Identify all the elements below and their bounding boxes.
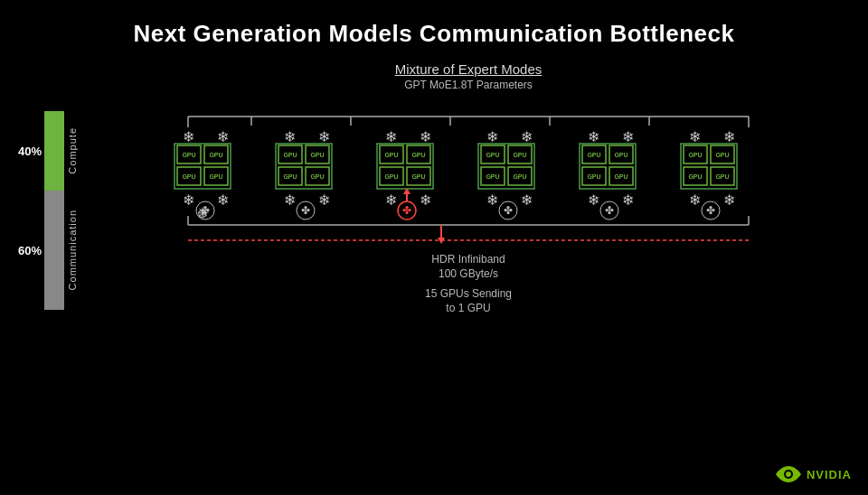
- comm-label: Communication: [67, 210, 78, 290]
- node-group-5: ❄ ❄ GPU GPU GPU GPU ❄ ❄: [580, 129, 636, 208]
- svg-text:GPU: GPU: [310, 173, 324, 180]
- svg-rect-18: [175, 144, 231, 189]
- svg-text:GPU: GPU: [614, 173, 627, 180]
- svg-text:❄: ❄: [689, 129, 701, 145]
- nvidia-logo: NVIDIA: [775, 464, 852, 484]
- node-group-2: ❄ ❄ GPU GPU GPU GPU ❄ ❄: [276, 129, 332, 208]
- diagram-area: Mixture of Expert Modes GPT MoE1.8T Para…: [87, 57, 850, 380]
- svg-text:❄: ❄: [318, 192, 330, 208]
- svg-rect-31: [276, 144, 332, 189]
- svg-text:❄: ❄: [420, 192, 431, 208]
- comm-text: Communication: [67, 191, 78, 310]
- svg-text:❄: ❄: [723, 129, 735, 145]
- node-group-3: ❄ ❄ GPU GPU GPU GPU ❄ ❄: [377, 129, 433, 208]
- svg-text:GPU: GPU: [310, 152, 324, 158]
- svg-text:✤: ✤: [605, 204, 614, 217]
- compute-pct: 40%: [18, 111, 42, 191]
- svg-text:GPU: GPU: [384, 152, 398, 158]
- svg-text:GPU: GPU: [513, 152, 526, 158]
- svg-text:GPU: GPU: [411, 152, 425, 158]
- svg-text:❄: ❄: [723, 192, 735, 208]
- svg-text:❄: ❄: [385, 192, 397, 208]
- svg-text:GPU: GPU: [715, 173, 729, 180]
- comm-bar: [44, 191, 64, 310]
- svg-text:❄: ❄: [486, 192, 498, 208]
- svg-text:❄: ❄: [183, 192, 194, 208]
- svg-text:❄: ❄: [284, 129, 296, 145]
- bar-stack: [44, 111, 64, 310]
- svg-text:✤: ✤: [201, 204, 210, 217]
- nvidia-label: NVIDIA: [807, 468, 852, 481]
- svg-text:❄: ❄: [217, 192, 229, 208]
- svg-text:GPU: GPU: [688, 152, 702, 158]
- svg-text:GPU: GPU: [283, 173, 297, 180]
- text-labels: Compute Communication: [67, 111, 78, 310]
- svg-text:15 GPUs Sending: 15 GPUs Sending: [425, 287, 512, 300]
- svg-point-113: [786, 472, 791, 477]
- nvidia-eye-icon: [775, 464, 802, 484]
- section-subtitle: GPT MoE1.8T Parameters: [404, 79, 533, 91]
- svg-text:❄: ❄: [622, 129, 634, 145]
- svg-text:GPU: GPU: [513, 173, 526, 180]
- node-group-4: ❄ ❄ GPU GPU GPU GPU ❄ ❄: [478, 129, 534, 208]
- svg-text:❄: ❄: [521, 129, 533, 145]
- svg-text:❄: ❄: [486, 129, 498, 145]
- compute-bar: [44, 111, 64, 191]
- svg-text:✤: ✤: [706, 204, 715, 217]
- svg-text:to 1 GPU: to 1 GPU: [446, 302, 490, 314]
- svg-text:❄: ❄: [588, 129, 599, 145]
- svg-text:✤: ✤: [402, 204, 411, 217]
- comm-pct: 60%: [18, 191, 42, 310]
- svg-text:❄: ❄: [689, 192, 701, 208]
- node-group-1: ❄ ❄ GPU GPU GPU GPU ❄ ❄: [175, 129, 231, 208]
- main-title: Next Generation Models Communication Bot…: [134, 20, 735, 48]
- switch-row: ✤ ✤ ✤ ✤ ✤ ✤: [196, 201, 720, 219]
- svg-text:✤: ✤: [504, 204, 513, 217]
- svg-text:❄: ❄: [588, 192, 599, 208]
- svg-text:❄: ❄: [217, 129, 229, 145]
- svg-text:❄: ❄: [385, 129, 397, 145]
- svg-text:GPU: GPU: [486, 173, 499, 180]
- svg-text:GPU: GPU: [587, 173, 600, 180]
- svg-text:❄: ❄: [284, 192, 296, 208]
- svg-text:GPU: GPU: [182, 152, 195, 158]
- svg-rect-44: [377, 144, 433, 189]
- svg-text:GPU: GPU: [283, 152, 297, 158]
- svg-text:❄: ❄: [622, 192, 634, 208]
- pct-labels: 40% 60%: [18, 111, 42, 310]
- svg-text:100 GByte/s: 100 GByte/s: [439, 267, 498, 280]
- svg-text:GPU: GPU: [587, 152, 600, 158]
- node-group-6: ❄ ❄ GPU GPU GPU GPU ❄ ❄: [681, 129, 737, 208]
- svg-text:GPU: GPU: [715, 152, 729, 158]
- svg-text:GPU: GPU: [614, 152, 627, 158]
- svg-text:❄: ❄: [318, 129, 330, 145]
- svg-text:❄: ❄: [521, 192, 533, 208]
- content-area: 40% 60% Compute Communication Mixture of…: [0, 48, 868, 495]
- main-diagram: ❄ ❄ GPU GPU GPU GPU ❄ ❄: [152, 100, 785, 380]
- svg-text:❄: ❄: [420, 129, 431, 145]
- section-title: Mixture of Expert Modes: [395, 61, 542, 77]
- svg-text:HDR Infiniband: HDR Infiniband: [431, 253, 505, 266]
- slide: Next Generation Models Communication Bot…: [0, 0, 868, 495]
- compute-label: Compute: [67, 127, 78, 174]
- compute-text: Compute: [67, 111, 78, 191]
- svg-rect-83: [681, 144, 737, 189]
- svg-text:❄: ❄: [183, 129, 194, 145]
- svg-text:GPU: GPU: [486, 152, 499, 158]
- svg-text:GPU: GPU: [209, 152, 222, 158]
- svg-text:GPU: GPU: [182, 173, 195, 180]
- svg-rect-57: [478, 144, 534, 189]
- svg-text:GPU: GPU: [384, 173, 398, 180]
- svg-text:GPU: GPU: [411, 173, 425, 180]
- left-bar-section: 40% 60% Compute Communication: [18, 111, 78, 310]
- svg-text:GPU: GPU: [688, 173, 702, 180]
- svg-text:✤: ✤: [301, 204, 310, 217]
- svg-text:GPU: GPU: [209, 173, 222, 180]
- svg-rect-70: [580, 144, 636, 189]
